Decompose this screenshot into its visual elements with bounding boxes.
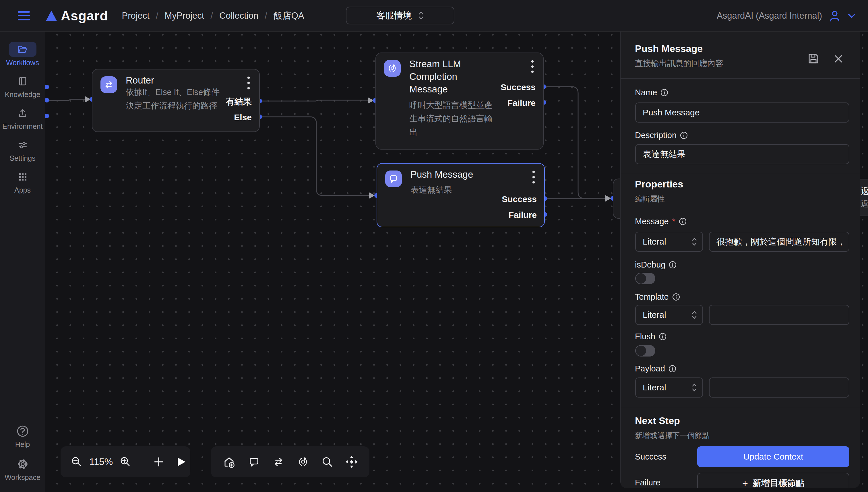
account-label: AsgardAI (Asgard Internal) <box>717 10 822 21</box>
sidebar-item-settings[interactable]: Settings <box>0 138 45 163</box>
node-title: Router <box>126 74 154 87</box>
sidebar-item-help[interactable]: Help <box>0 424 45 449</box>
name-field-label: Name <box>635 88 668 97</box>
template-type-select[interactable]: Literal <box>635 305 703 325</box>
node-menu-button[interactable] <box>531 60 534 74</box>
message-type-select[interactable]: Literal <box>635 232 703 252</box>
save-icon[interactable] <box>807 52 820 65</box>
node-stream-llm[interactable]: Stream LLM Completion Message 呼叫大型語言模型並產… <box>375 52 544 150</box>
required-mark: * <box>672 217 675 226</box>
sidebar-item-workspace[interactable]: Workspace <box>0 457 45 482</box>
breadcrumb-separator: / <box>156 10 158 21</box>
help-circle-icon <box>16 424 29 438</box>
chat-bubble-node-icon[interactable] <box>247 455 261 468</box>
router-output-label-else: Else <box>234 113 252 122</box>
chat-bubble-icon <box>385 171 402 187</box>
success-row-label: Success <box>635 452 667 462</box>
name-input[interactable] <box>635 102 849 123</box>
info-icon <box>659 333 667 340</box>
template-field-label: Template <box>635 292 680 302</box>
node-push-message[interactable]: Push Message 表達無結果 Success Failure <box>377 163 545 227</box>
info-icon <box>669 261 676 269</box>
template-value-input[interactable] <box>709 305 849 325</box>
selector-icon <box>692 237 697 246</box>
router-node-icon[interactable] <box>272 455 285 468</box>
fit-view-icon[interactable] <box>345 455 358 468</box>
payload-type-select[interactable]: Literal <box>635 377 703 398</box>
zoom-toolbar: 115% <box>60 446 190 477</box>
isdebug-field-label: isDebug <box>635 260 676 270</box>
divider <box>621 78 860 79</box>
toggle-knob <box>636 273 646 284</box>
info-icon <box>669 365 676 373</box>
properties-subtitle: 編輯屬性 <box>635 194 665 204</box>
next-step-title: Next Step <box>635 415 680 426</box>
add-home-node-icon[interactable] <box>222 455 236 469</box>
payload-field-label: Payload <box>635 364 676 373</box>
apps-grid-icon <box>18 173 27 181</box>
gear-icon <box>16 458 29 471</box>
info-icon <box>672 293 680 301</box>
update-context-button[interactable]: Update Context <box>697 446 849 467</box>
sidebar-footer: Help Workspace <box>0 424 45 492</box>
node-description: 依據If、Else If、Else條件決定工作流程執行的路徑 <box>126 85 226 113</box>
description-field-label: Description <box>635 131 688 140</box>
message-value-input[interactable] <box>709 232 849 252</box>
router-output-label-result: 有結果 <box>226 96 252 108</box>
add-target-node-button[interactable]: + 新增目標節點 <box>697 473 849 488</box>
node-description: 表達無結果 <box>411 183 452 197</box>
failure-row-label: Failure <box>635 478 661 487</box>
chevron-down-icon <box>847 13 856 19</box>
flush-toggle[interactable] <box>635 345 655 356</box>
node-description: 呼叫大型語言模型並產生串流式的自然語言輸出 <box>409 98 500 139</box>
run-workflow-icon[interactable] <box>176 457 186 467</box>
logo-triangle-icon <box>46 10 57 21</box>
sidebar-item-workflows[interactable]: Workflows <box>0 42 45 67</box>
close-icon[interactable] <box>834 54 843 64</box>
sidebar-item-knowledge[interactable]: Knowledge <box>0 74 45 99</box>
node-menu-button[interactable] <box>247 76 250 91</box>
node-title-fragment: 返 <box>861 185 868 197</box>
zoom-out-icon[interactable] <box>70 456 83 468</box>
breadcrumb-item-myproject[interactable]: MyProject <box>165 10 204 21</box>
llm-node-icon[interactable] <box>297 455 310 468</box>
pushmessage-output-label-failure: Failure <box>509 210 537 220</box>
node-title: Stream LLM Completion Message <box>409 58 481 96</box>
breadcrumb-item-collection[interactable]: Collection <box>219 10 258 21</box>
node-router[interactable]: Router 依據If、Else If、Else條件決定工作流程執行的路徑 有結… <box>92 69 260 132</box>
node-menu-button[interactable] <box>532 171 535 185</box>
environment-selector[interactable]: 客服情境 <box>346 7 454 24</box>
user-icon <box>828 9 841 22</box>
isdebug-toggle[interactable] <box>635 273 655 284</box>
node-title: Push Message <box>411 168 473 181</box>
node-update-context-sliver[interactable]: 返 返 <box>860 179 868 216</box>
toggle-knob <box>636 346 646 356</box>
sidebar-item-apps[interactable]: Apps <box>0 169 45 194</box>
search-icon[interactable] <box>321 456 333 468</box>
selector-icon <box>418 11 424 20</box>
sidebar-item-environment[interactable]: Environment <box>0 106 45 131</box>
router-arrows-icon <box>100 76 117 93</box>
breadcrumb-separator: / <box>210 10 213 21</box>
account-menu[interactable]: AsgardAI (Asgard Internal) <box>717 0 856 31</box>
add-icon[interactable] <box>152 456 165 468</box>
pushmessage-output-label-success: Success <box>502 194 537 204</box>
description-input[interactable] <box>635 144 849 164</box>
payload-value-input[interactable] <box>709 377 849 398</box>
logo-text: Asgard <box>61 8 108 24</box>
next-step-subtitle: 新增或選擇下一個節點 <box>635 430 710 441</box>
upload-icon <box>18 108 27 118</box>
selector-icon <box>692 310 697 319</box>
node-palette-toolbar <box>211 446 369 477</box>
node-settings-panel: Push Message 直接輸出訊息的回應內容 Name Descriptio… <box>620 31 860 488</box>
breadcrumb-item-current[interactable]: 飯店QA <box>274 10 304 22</box>
properties-title: Properties <box>635 178 683 190</box>
breadcrumb-item-project[interactable]: Project <box>122 10 149 21</box>
app-logo[interactable]: Asgard <box>46 8 108 24</box>
node-description-fragment: 返 <box>861 198 868 210</box>
zoom-in-icon[interactable] <box>119 456 132 468</box>
hamburger-menu-icon[interactable] <box>18 11 30 20</box>
folder-icon <box>18 45 28 54</box>
info-icon <box>680 131 688 139</box>
streamllm-output-label-failure: Failure <box>507 98 536 108</box>
